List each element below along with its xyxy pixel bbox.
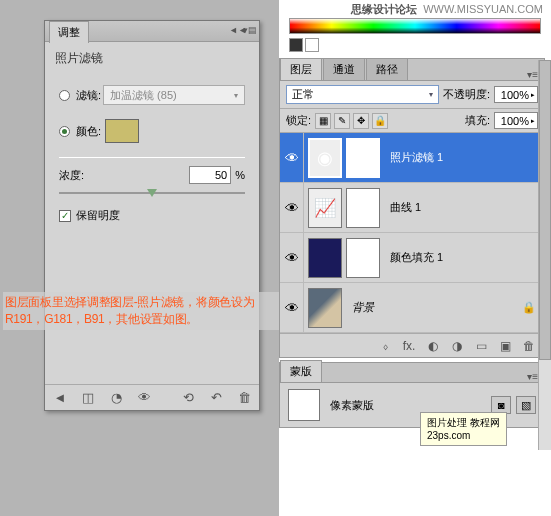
layer-row-curves[interactable]: 👁 📈 曲线 1 xyxy=(280,183,544,233)
scrollbar-thumb[interactable] xyxy=(539,60,551,360)
mask-thumb[interactable] xyxy=(346,188,380,228)
visibility-toggle[interactable]: 👁 xyxy=(280,133,304,182)
filter-radio[interactable] xyxy=(59,90,70,101)
link-icon[interactable]: ⬨ xyxy=(376,338,394,354)
collapse-icon[interactable]: ◄◄ xyxy=(229,25,241,37)
adjustment-icon[interactable]: ◑ xyxy=(448,338,466,354)
image-thumb[interactable] xyxy=(308,288,342,328)
tab-channels[interactable]: 通道 xyxy=(323,58,365,80)
visibility-toggle[interactable]: 👁 xyxy=(280,283,304,332)
adjustment-title: 照片滤镜 xyxy=(45,42,259,75)
density-unit: % xyxy=(235,169,245,181)
density-slider[interactable] xyxy=(59,192,245,194)
lock-position-icon[interactable]: ✥ xyxy=(353,113,369,129)
density-input[interactable] xyxy=(189,166,231,184)
layer-name[interactable]: 照片滤镜 1 xyxy=(384,150,443,165)
color-swatch[interactable] xyxy=(105,119,139,143)
annotation-text: 图层面板里选择调整图层-照片滤镜，将颜色设为R191，G181，B91，其他设置… xyxy=(3,292,279,330)
color-radio[interactable] xyxy=(59,126,70,137)
layers-panel: 图层 通道 路径 ▾≡ 正常 ▾ 不透明度: 100%▸ 锁定: ▦ ✎ ✥ 🔒… xyxy=(279,58,545,358)
scrollbar[interactable] xyxy=(538,60,551,450)
color-chips xyxy=(289,38,541,52)
tooltip: 图片处理 教程网 23ps.com xyxy=(420,412,507,446)
filter-select: 加温滤镜 (85) ▾ xyxy=(103,85,245,105)
color-picker-strip[interactable] xyxy=(289,18,541,34)
new-layer-icon[interactable]: ▣ xyxy=(496,338,514,354)
panel-tabs: 图层 通道 路径 ▾≡ xyxy=(280,59,544,81)
blend-mode-select[interactable]: 正常 ▾ xyxy=(286,85,439,104)
panels-area: 思缘设计论坛WWW.MISSYUAN.COM 图层 通道 路径 ▾≡ 正常 ▾ … xyxy=(279,0,551,516)
fill-label: 填充: xyxy=(465,113,490,128)
panel-menu-icon[interactable]: ▾▤ xyxy=(243,25,255,37)
density-label: 浓度: xyxy=(59,168,84,183)
fill-thumb[interactable] xyxy=(308,238,342,278)
mask-type-label: 像素蒙版 xyxy=(330,398,374,413)
adjustments-footer: ◄ ◫ ◔ 👁 ⟲ ↶ 🗑 xyxy=(45,384,259,410)
mask-thumb[interactable] xyxy=(346,238,380,278)
slider-thumb[interactable] xyxy=(147,187,157,197)
clip-icon[interactable]: ◔ xyxy=(107,389,125,407)
tab-mask[interactable]: 蒙版 xyxy=(280,360,322,382)
undo-icon[interactable]: ↶ xyxy=(207,389,225,407)
adjustment-thumb[interactable]: ◉ xyxy=(308,138,342,178)
layer-row-color-fill[interactable]: 👁 颜色填充 1 xyxy=(280,233,544,283)
lock-label: 锁定: xyxy=(286,113,311,128)
layer-row-photo-filter[interactable]: 👁 ◉ 照片滤镜 1 xyxy=(280,133,544,183)
adjustments-tab[interactable]: 调整 xyxy=(49,21,89,43)
tab-layers[interactable]: 图层 xyxy=(280,58,322,80)
chevron-down-icon: ▾ xyxy=(234,91,238,100)
layers-footer: ⬨ fx. ◐ ◑ ▭ ▣ 🗑 xyxy=(280,333,544,357)
group-icon[interactable]: ▭ xyxy=(472,338,490,354)
layer-row-background[interactable]: 👁 背景 🔒 xyxy=(280,283,544,333)
chevron-down-icon: ▾ xyxy=(429,90,433,99)
mask-preview-thumb[interactable] xyxy=(288,389,320,421)
fx-icon[interactable]: fx. xyxy=(400,338,418,354)
tab-paths[interactable]: 路径 xyxy=(366,58,408,80)
layer-name[interactable]: 曲线 1 xyxy=(384,200,421,215)
watermark: 思缘设计论坛WWW.MISSYUAN.COM xyxy=(351,2,543,17)
trash-icon[interactable]: 🗑 xyxy=(520,338,538,354)
preserve-luminosity-checkbox[interactable]: ✓ xyxy=(59,210,71,222)
color-label: 颜色: xyxy=(76,124,101,139)
layer-name[interactable]: 背景 xyxy=(346,300,374,315)
visibility-toggle[interactable]: 👁 xyxy=(280,233,304,282)
reset-icon[interactable]: ⟲ xyxy=(179,389,197,407)
return-icon[interactable]: ◄ xyxy=(51,389,69,407)
filter-label: 滤镜: xyxy=(76,88,101,103)
divider xyxy=(59,157,245,158)
lock-pixels-icon[interactable]: ✎ xyxy=(334,113,350,129)
lock-all-icon[interactable]: 🔒 xyxy=(372,113,388,129)
background-chip[interactable] xyxy=(305,38,319,52)
expand-view-icon[interactable]: ◫ xyxy=(79,389,97,407)
visibility-toggle[interactable]: 👁 xyxy=(280,183,304,232)
eye-icon[interactable]: 👁 xyxy=(135,389,153,407)
opacity-input[interactable]: 100%▸ xyxy=(494,86,538,103)
filter-value: 加温滤镜 (85) xyxy=(110,88,177,103)
mask-thumb[interactable] xyxy=(346,138,380,178)
blend-value: 正常 xyxy=(292,87,314,102)
preserve-label: 保留明度 xyxy=(76,208,120,223)
fill-input[interactable]: 100%▸ xyxy=(494,112,538,129)
vector-mask-icon[interactable]: ▧ xyxy=(516,396,536,414)
trash-icon[interactable]: 🗑 xyxy=(235,389,253,407)
opacity-label: 不透明度: xyxy=(443,87,490,102)
foreground-chip[interactable] xyxy=(289,38,303,52)
canvas-background: 调整 ◄◄ ▾▤ 照片滤镜 滤镜: 加温滤镜 (85) ▾ 颜色: xyxy=(0,0,279,516)
panel-header: 调整 ◄◄ ▾▤ xyxy=(45,21,259,42)
layer-name[interactable]: 颜色填充 1 xyxy=(384,250,443,265)
adjustment-thumb[interactable]: 📈 xyxy=(308,188,342,228)
layers-list: 👁 ◉ 照片滤镜 1 👁 📈 曲线 1 👁 xyxy=(280,133,544,333)
lock-transparency-icon[interactable]: ▦ xyxy=(315,113,331,129)
adjustments-panel: 调整 ◄◄ ▾▤ 照片滤镜 滤镜: 加温滤镜 (85) ▾ 颜色: xyxy=(44,20,260,411)
mask-icon[interactable]: ◐ xyxy=(424,338,442,354)
